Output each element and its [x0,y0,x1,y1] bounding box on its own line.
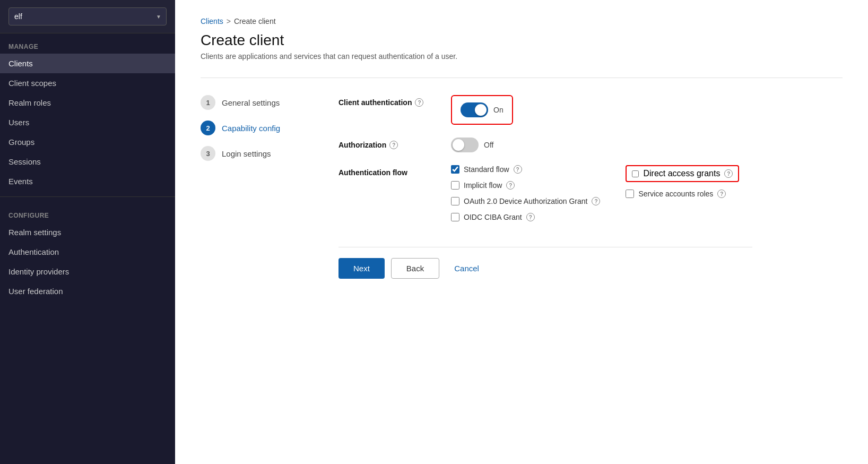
steps-panel: 1 General settings 2 Capability config 3… [201,95,307,171]
configure-section-label: Configure [0,202,175,222]
authorization-label: Authorization ? [338,138,445,149]
step-2-circle: 2 [201,121,215,135]
standard-flow-label: Standard flow [464,165,509,174]
standard-flow-row: Standard flow ? [451,165,600,174]
authorization-state-label: Off [484,141,493,149]
breadcrumb-separator: > [227,17,231,25]
flow-col-left: Standard flow ? Implicit flow ? [451,165,600,221]
main-content-area: Clients > Create client Create client Cl… [175,0,868,464]
authorization-control: Off [451,138,493,152]
direct-access-help-icon[interactable]: ? [724,169,733,178]
client-auth-control: On [451,95,513,125]
step-1[interactable]: 1 General settings [201,95,307,110]
client-auth-help-icon[interactable]: ? [415,98,423,107]
sidebar-item-events[interactable]: Events [0,171,175,191]
oauth-device-help-icon[interactable]: ? [592,197,600,205]
direct-access-checkbox[interactable] [632,170,639,177]
step-3-circle: 3 [201,146,215,161]
authorization-help-icon[interactable]: ? [389,141,398,149]
oidc-ciba-checkbox[interactable] [451,213,459,221]
sidebar-item-groups[interactable]: Groups [0,132,175,152]
manage-section-label: Manage [0,33,175,54]
flow-columns: Standard flow ? Implicit flow ? [451,165,739,221]
cancel-button[interactable]: Cancel [446,258,488,279]
page-title: Create client [201,32,843,49]
client-auth-slider [461,102,488,117]
auth-flow-row: Authentication flow Standard flow ? [338,165,752,221]
sidebar-item-users[interactable]: Users [0,113,175,132]
auth-flow-label: Authentication flow [338,165,445,177]
oauth-device-label: OAuth 2.0 Device Authorization Grant [464,197,587,205]
sidebar-item-user-federation[interactable]: User federation [0,281,175,301]
sidebar-item-realm-roles[interactable]: Realm roles [0,93,175,113]
step-3-label: Login settings [222,149,271,158]
client-auth-label: Client authentication ? [338,95,445,107]
authorization-toggle[interactable] [451,138,479,152]
oidc-ciba-help-icon[interactable]: ? [526,213,535,221]
button-row: Next Back Cancel [338,247,752,279]
step-2-label: Capability config [222,124,280,133]
authorization-row: Authorization ? Off [338,138,752,152]
direct-access-label: Direct access grants [643,169,720,178]
step-1-label: General settings [222,98,280,107]
authorization-slider [451,138,479,152]
implicit-flow-label: Implicit flow [464,181,502,190]
direct-access-highlight: Direct access grants ? [626,165,739,182]
implicit-flow-help-icon[interactable]: ? [506,181,515,190]
step-1-circle: 1 [201,95,215,110]
sidebar-item-sessions[interactable]: Sessions [0,152,175,171]
service-accounts-help-icon[interactable]: ? [717,190,726,198]
next-button[interactable]: Next [338,258,385,279]
sidebar-item-realm-settings[interactable]: Realm settings [0,222,175,242]
step-3[interactable]: 3 Login settings [201,146,307,161]
oidc-ciba-label: OIDC CIBA Grant [464,213,522,221]
realm-selector[interactable]: elf [0,0,175,33]
authorization-toggle-wrapper: Off [451,138,493,152]
service-accounts-row: Service accounts roles ? [626,190,739,198]
auth-flow-control: Standard flow ? Implicit flow ? [451,165,739,221]
form-panel: Client authentication ? On [338,95,752,279]
standard-flow-checkbox[interactable] [451,165,459,174]
sidebar-item-clients[interactable]: Clients [0,54,175,73]
section-divider [201,78,843,78]
step-2[interactable]: 2 Capability config [201,121,307,135]
oauth-device-checkbox[interactable] [451,197,459,205]
implicit-flow-row: Implicit flow ? [451,181,600,190]
implicit-flow-checkbox[interactable] [451,181,459,190]
client-auth-state-label: On [493,106,504,114]
breadcrumb-clients-link[interactable]: Clients [201,17,223,25]
oauth-device-row: OAuth 2.0 Device Authorization Grant ? [451,197,600,205]
sidebar-item-identity-providers[interactable]: Identity providers [0,262,175,281]
form-layout: 1 General settings 2 Capability config 3… [201,95,843,279]
sidebar-item-authentication[interactable]: Authentication [0,242,175,262]
oidc-ciba-row: OIDC CIBA Grant ? [451,213,600,221]
client-auth-row: Client authentication ? On [338,95,752,125]
realm-dropdown[interactable]: elf [8,7,167,25]
sidebar: elf Manage Clients Client scopes Realm r… [0,0,175,464]
client-auth-toggle[interactable] [461,102,488,117]
client-auth-highlight-box: On [451,95,513,125]
back-button[interactable]: Back [391,258,439,279]
breadcrumb-current: Create client [234,17,276,25]
breadcrumb: Clients > Create client [201,17,843,25]
page-subtitle: Clients are applications and services th… [201,52,843,61]
standard-flow-help-icon[interactable]: ? [514,165,522,174]
service-accounts-checkbox[interactable] [626,190,634,198]
flow-col-right: Direct access grants ? Service accounts … [626,165,739,221]
sidebar-item-client-scopes[interactable]: Client scopes [0,73,175,93]
service-accounts-label: Service accounts roles [638,190,713,198]
